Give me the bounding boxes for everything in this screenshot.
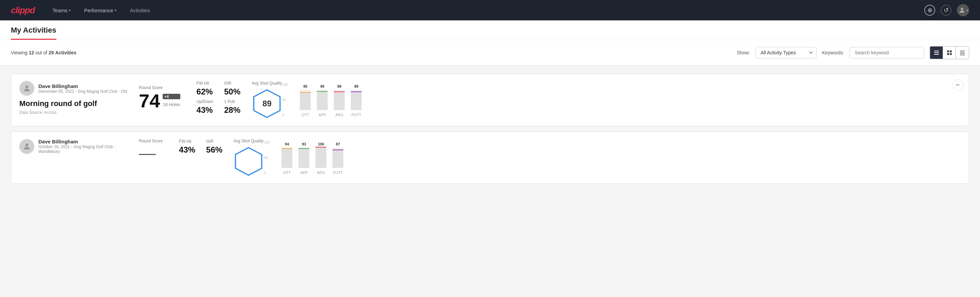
avg-shot-value: 89 — [262, 99, 272, 109]
hexagon-container — [233, 146, 264, 177]
data-source: Data Source: Arccos — [19, 110, 128, 115]
user-name: Dave Billingham — [38, 139, 128, 144]
svg-point-12 — [25, 85, 29, 88]
svg-rect-2 — [934, 52, 939, 53]
navbar-actions: ⊕ ↺ ▾ — [924, 4, 969, 16]
user-info: Dave Billingham December 05, 2021 - Gog … — [38, 83, 127, 94]
user-date: October 16, 2021 - Gog Magog Golf Club -… — [38, 144, 128, 154]
refresh-button[interactable]: ↺ — [940, 5, 951, 16]
svg-rect-4 — [947, 50, 949, 52]
compact-view-button[interactable] — [956, 46, 969, 59]
gir-stat: GIR 50% — [224, 81, 241, 96]
grid-view-button[interactable] — [943, 46, 956, 59]
oneputt-label: 1 Putt — [224, 99, 241, 104]
svg-rect-9 — [960, 52, 965, 53]
card-info: Dave Billingham December 05, 2021 - Gog … — [19, 81, 128, 115]
fw-hit-label: FW Hit — [179, 139, 195, 144]
bar-column: 90APP — [317, 83, 328, 117]
page-header: My Activities — [0, 21, 980, 40]
stats-grid: FW Hit 62% GIR 50% Up/Down 43% 1 Putt 28… — [197, 81, 241, 115]
svg-rect-6 — [947, 53, 949, 55]
bar-chart-container: 100 50 0 85OTT90APP89ARG89PUTT — [290, 83, 362, 117]
navbar: clippd Teams ▾ Performance ▾ Activities … — [0, 0, 980, 21]
activity-type-select[interactable]: All Activity Types — [756, 47, 817, 59]
avatar[interactable]: ▾ — [957, 4, 969, 16]
fw-hit-value: 43% — [179, 145, 195, 155]
user-row: Dave Billingham December 05, 2021 - Gog … — [19, 81, 128, 96]
round-score-label: Round Score — [139, 139, 163, 144]
user-date: December 05, 2021 - Gog Magog Golf Club … — [38, 89, 127, 94]
round-score-label: Round Score — [139, 85, 180, 90]
bar-column: 106ARG — [315, 141, 326, 175]
gir-value: 50% — [224, 87, 241, 96]
bar-chart: 94OTT93APP106ARG87PUTT — [282, 141, 343, 175]
svg-rect-10 — [960, 53, 965, 54]
quality-section: Avg Shot Quality 89 100 50 0 — [251, 81, 961, 119]
user-row: Dave Billingham October 16, 2021 - Gog M… — [19, 139, 128, 154]
list-view-button[interactable] — [930, 46, 943, 59]
hexagon-container: 89 — [251, 88, 282, 119]
avg-shot-label: Avg Shot Quality — [251, 81, 282, 86]
fw-hit-stat: FW Hit 43% — [179, 139, 195, 155]
chevron-down-icon: ▾ — [115, 8, 116, 12]
oneputt-value: 28% — [224, 105, 241, 115]
updown-value: 43% — [197, 105, 213, 115]
round-score-value: 74 — [139, 91, 160, 110]
bar-chart: 85OTT90APP89ARG89PUTT — [300, 83, 362, 117]
logo[interactable]: clippd — [11, 5, 35, 16]
user-name: Dave Billingham — [38, 83, 127, 89]
bar-column: 89PUTT — [351, 83, 362, 117]
svg-point-14 — [25, 144, 29, 147]
edit-button[interactable]: ✏ — [953, 80, 963, 90]
fw-hit-stat: FW Hit 62% — [197, 81, 213, 96]
add-button[interactable]: ⊕ — [924, 5, 935, 16]
view-toggle-group — [930, 46, 969, 59]
avatar — [19, 139, 34, 154]
activities-list: Dave Billingham December 05, 2021 - Gog … — [0, 65, 980, 192]
filters-bar: Viewing 12 out of 29 Activities Show: Al… — [0, 40, 980, 65]
svg-marker-15 — [235, 148, 261, 176]
hex-wrapper: 89 — [251, 88, 282, 119]
gir-label: GIR — [206, 139, 223, 144]
viewing-text: Viewing 12 out of 29 Activities — [11, 50, 732, 55]
bar-column: 94OTT — [282, 141, 293, 175]
hex-wrapper — [233, 146, 264, 177]
score-badge: +4 — [163, 94, 180, 99]
card-stats: Round Score FW Hit 43% GIR 56% — [139, 139, 223, 155]
activity-card: Dave Billingham December 05, 2021 - Gog … — [11, 74, 969, 126]
bar-column: 87PUTT — [332, 141, 343, 175]
chart-axis: 100 50 0 — [282, 83, 288, 117]
svg-rect-8 — [960, 51, 965, 51]
updown-label: Up/Down — [197, 99, 213, 104]
gir-value: 56% — [206, 145, 223, 155]
nav-performance[interactable]: Performance ▾ — [83, 5, 118, 16]
svg-rect-5 — [950, 50, 952, 52]
nav-activities[interactable]: Activities — [129, 5, 151, 16]
bar-column: 89ARG — [334, 83, 345, 117]
chevron-down-icon: ▾ — [69, 8, 71, 12]
svg-point-0 — [961, 8, 963, 10]
bar-column: 85OTT — [300, 83, 311, 117]
fw-hit-label: FW Hit — [197, 81, 213, 86]
bar-chart-container: 100 50 0 94OTT93APP106ARG87PUTT — [272, 141, 343, 175]
holes-label: 18 Holes — [163, 102, 180, 107]
gir-label: GIR — [224, 81, 241, 86]
svg-rect-11 — [960, 55, 965, 55]
gir-stat: GIR 56% — [206, 139, 223, 155]
card-stats: Round Score 74 +4 18 Holes FW Hit 62% GI… — [139, 81, 241, 115]
user-info: Dave Billingham October 16, 2021 - Gog M… — [38, 139, 128, 154]
quality-section: Avg Shot Quality 100 50 0 94OTT93AP — [233, 139, 961, 177]
stats-grid: FW Hit 43% GIR 56% — [179, 139, 223, 155]
nav-teams[interactable]: Teams ▾ — [51, 5, 72, 16]
round-score-block: Round Score — [139, 139, 163, 155]
page-title: My Activities — [11, 26, 56, 40]
svg-rect-7 — [950, 53, 952, 55]
avg-shot-label: Avg Shot Quality — [233, 139, 264, 144]
updown-stat: Up/Down 43% — [197, 99, 213, 115]
chart-axis: 100 50 0 — [264, 141, 270, 175]
keywords-label: Keywords: — [822, 50, 844, 55]
search-input[interactable] — [850, 47, 924, 59]
oneputt-stat: 1 Putt 28% — [224, 99, 241, 115]
card-info: Dave Billingham October 16, 2021 - Gog M… — [19, 139, 128, 157]
activity-title: Morning round of golf — [19, 99, 128, 108]
